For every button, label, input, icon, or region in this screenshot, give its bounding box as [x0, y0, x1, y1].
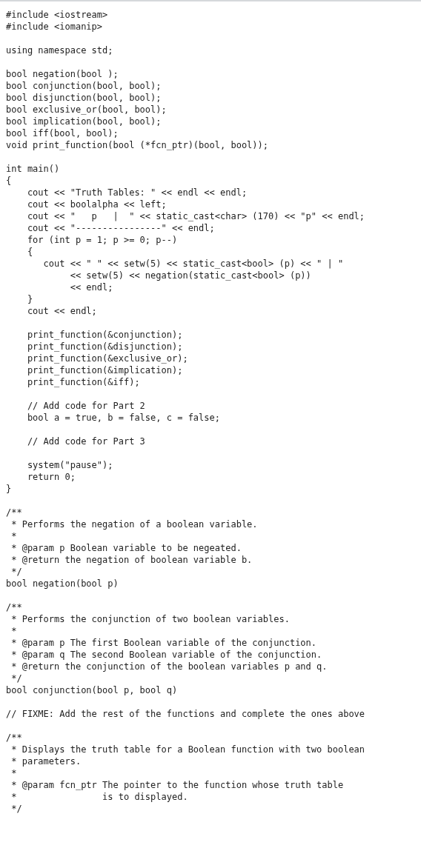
code-block: #include <iostream> #include <iomanip> u… [0, 1, 421, 821]
